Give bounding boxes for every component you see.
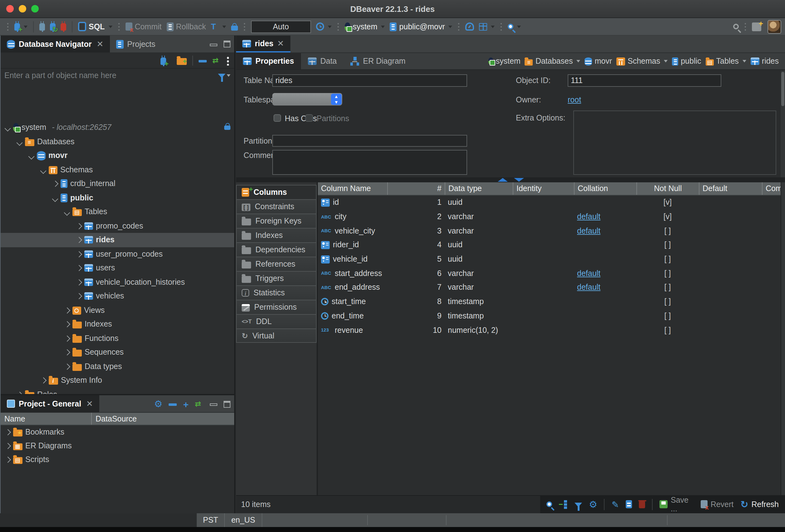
gear-icon[interactable]: ⚙ [154,400,163,408]
search-icon[interactable] [547,501,552,507]
tree-item-system-info[interactable]: i System Info [1,373,234,387]
chevron-down-icon[interactable] [491,25,495,28]
tree-item-data-types[interactable]: Data types [1,359,234,373]
expand-chevron-icon[interactable] [40,167,46,173]
breadcrumb-movr[interactable]: movr [585,57,612,66]
tree-item-user-promo-codes[interactable]: user_promo_codes [1,247,234,261]
close-tab-icon[interactable]: ✕ [277,39,284,48]
tab-database-navigator[interactable]: Database Navigator ✕ [1,35,109,52]
breadcrumb-rides[interactable]: rides [751,57,779,66]
grid-row-start-address[interactable]: ABCstart_address 6 varchar default [ ] [318,266,781,280]
object-id-input[interactable] [568,74,721,87]
side-tab-ddl[interactable]: <>T DDL [236,314,316,328]
column-header-notnull[interactable]: Not Null [636,182,699,195]
columns-view-icon[interactable] [626,500,632,508]
collapse-chevron-icon[interactable] [64,307,70,313]
grid-row-end-time[interactable]: end_time 9 timestamp [ ] [318,309,781,323]
collapse-all-icon[interactable] [169,403,177,406]
chevron-down-icon[interactable] [108,25,112,28]
collapse-chevron-icon[interactable] [76,279,81,285]
compare-data-button[interactable] [477,19,498,34]
table-name-input[interactable] [272,74,467,87]
tab-rides-editor[interactable]: rides ✕ [236,35,290,52]
side-tab-columns[interactable]: Columns [236,185,316,199]
object-filter-input[interactable] [4,71,218,80]
side-tab-permissions[interactable]: Permissions [236,300,316,314]
link-with-editor-icon[interactable]: ⇄ [195,400,204,408]
tree-item-movr[interactable]: movr [1,149,234,163]
rollback-button[interactable]: Rollback [164,19,209,34]
collapse-chevron-icon[interactable] [52,181,58,186]
collapse-chevron-icon[interactable] [64,321,70,327]
expand-chevron-icon[interactable] [17,139,22,145]
breadcrumb-schemas[interactable]: Schemas [616,57,667,66]
grid-row-vehicle-id[interactable]: vehicle_id 5 uuid [ ] [318,252,781,266]
collapse-chevron-icon[interactable] [76,237,81,243]
stepper-icon[interactable]: ▲▼ [331,94,341,105]
column-header-name[interactable]: Name [1,413,92,425]
timezone-indicator[interactable]: PST [197,513,225,527]
collapse-chevron-icon[interactable] [76,223,81,229]
tree-item-functions[interactable]: Functions [1,331,234,345]
tree-item-vehicle-location-histories[interactable]: vehicle_location_histories [1,275,234,289]
collapse-chevron-icon[interactable] [5,457,10,462]
tree-item-rides[interactable]: rides [1,233,234,247]
active-schema-selector[interactable]: public@movr [387,19,455,34]
collapse-chevron-icon[interactable] [76,293,81,299]
tree-item-schemas[interactable]: Schemas [1,163,234,177]
collapse-chevron-icon[interactable] [5,429,10,435]
connect-button[interactable] [37,19,48,34]
edit-pencil-icon[interactable]: ✎ [612,500,619,509]
chevron-down-icon[interactable] [449,25,452,28]
chevron-down-icon[interactable] [227,74,230,77]
disconnect-button[interactable] [58,19,69,34]
filter-funnel-icon[interactable] [218,74,225,78]
sql-editor-button[interactable]: SQL [76,19,115,34]
partitions-checkbox[interactable] [305,114,313,122]
close-tab-icon[interactable]: ✕ [97,39,103,49]
splitter[interactable] [236,177,785,182]
maximize-panel-icon[interactable] [224,401,230,407]
expand-icon[interactable]: + [183,400,188,408]
maximize-panel-icon[interactable] [224,41,230,47]
expand-chevron-icon[interactable] [28,153,34,159]
tab-data[interactable]: Data [301,53,344,69]
compare-icon[interactable] [559,500,568,509]
view-menu-icon[interactable] [227,56,229,66]
tree-item-system[interactable]: system - localhost:26257 [1,121,234,134]
tree-item-vehicles[interactable]: vehicles [1,289,234,303]
breadcrumb-public[interactable]: public [672,57,701,66]
active-connection-selector[interactable]: system [342,19,387,34]
collapse-chevron-icon[interactable] [5,443,10,449]
tree-item-tables[interactable]: ▤ Tables [1,205,234,219]
tree-item-users[interactable]: users [1,261,234,275]
expand-chevron-icon[interactable] [5,125,10,131]
commit-button[interactable]: Commit [123,19,164,34]
title-bar[interactable]: DBeaver 22.1.3 - rides [0,0,785,18]
reconnect-button[interactable]: ↻ [48,19,58,34]
project-item-bookmarks[interactable]: ★ Bookmarks [1,425,234,439]
column-header-datasource[interactable]: DataSource [92,414,137,423]
side-tab-dependencies[interactable]: Dependencies [236,242,316,257]
side-tab-triggers[interactable]: Triggers [236,271,316,285]
owner-link[interactable]: root [568,96,581,104]
transaction-log-button[interactable]: T [208,19,228,34]
column-header-name[interactable]: Column Name [318,182,387,195]
breadcrumb-system[interactable]: system [488,57,521,66]
vertical-scrollbar[interactable] [781,71,785,177]
link-with-editor-icon[interactable]: ⇄ [212,56,221,65]
grid-row-vehicle-city[interactable]: ABCvehicle_city 3 varchar default [ ] [318,224,781,238]
grid-row-rider-id[interactable]: rider_id 4 uuid [ ] [318,238,781,252]
tree-item-promo-codes[interactable]: promo_codes [1,219,234,233]
new-connection-button[interactable]: + [12,19,30,34]
revert-button[interactable]: Revert [701,500,734,509]
column-header-identity[interactable]: Identity [513,182,574,195]
comment-textarea[interactable] [272,150,467,175]
close-tab-icon[interactable]: ✕ [86,399,93,408]
tab-er-diagram[interactable]: ER Diagram [344,53,412,69]
tree-item-databases[interactable]: ≡ Databases [1,134,234,149]
tree-item-indexes[interactable]: Indexes [1,317,234,331]
chevron-down-icon[interactable] [24,25,27,28]
collapse-chevron-icon[interactable] [76,251,81,257]
tree-item-public[interactable]: public [1,191,234,205]
